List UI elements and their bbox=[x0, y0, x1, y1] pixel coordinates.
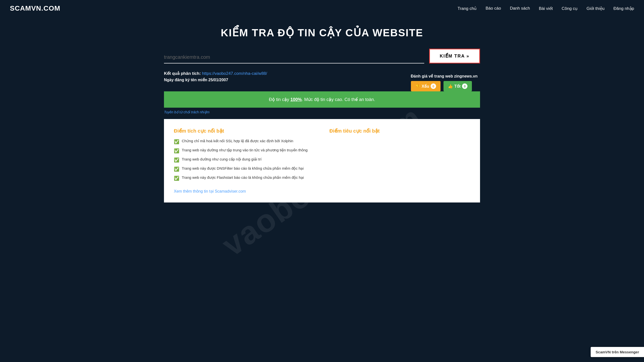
main-content: KIỂM TRA ĐỘ TIN CẬY CỦA WEBSITE KIỂM TRA… bbox=[149, 17, 495, 217]
positive-text-0: Chứng chỉ mã hoá kết nối SSL hợp lệ đã đ… bbox=[182, 139, 293, 143]
result-section: Kết quả phân tích: https://vaobo247.com/… bbox=[164, 71, 480, 82]
thumbs-up-icon: 👍 bbox=[448, 84, 453, 89]
main-nav: Trang chủ Báo cáo Danh sách Bài viết Côn… bbox=[458, 6, 634, 11]
analysis-panel: Điểm tích cực nổi bật ✅ Chứng chỉ mã hoá… bbox=[164, 119, 480, 202]
nav-dang-nhap[interactable]: Đăng nhập bbox=[614, 6, 634, 11]
trust-percent: 100% bbox=[290, 97, 302, 102]
search-input[interactable] bbox=[164, 53, 424, 61]
page-title: KIỂM TRA ĐỘ TIN CẬY CỦA WEBSITE bbox=[164, 27, 480, 39]
tot-label: Tốt bbox=[454, 84, 460, 89]
positive-text-3: Trang web này được DNSFilter báo cáo là … bbox=[182, 166, 304, 171]
rating-label: Đánh giá về trang web zingnews.vn bbox=[411, 74, 478, 78]
trust-suffix: . Mức độ tin cậy cao. Có thể an toàn. bbox=[302, 97, 375, 102]
search-section: KIỂM TRA » bbox=[164, 49, 480, 64]
negative-col: Điểm tiêu cực nổi bật bbox=[330, 128, 470, 194]
tot-count: 0 bbox=[462, 84, 468, 89]
positive-text-2: Trang web dường như cung cấp nội dung gi… bbox=[182, 157, 262, 162]
tot-button[interactable]: 👍 Tốt 0 bbox=[444, 81, 472, 91]
nav-danh-sach[interactable]: Danh sách bbox=[510, 6, 530, 11]
header: SCAMVN.COM Trang chủ Báo cáo Danh sách B… bbox=[0, 0, 644, 17]
positive-item-2: ✅ Trang web dường như cung cấp nội dung … bbox=[174, 157, 314, 163]
nav-bai-viet[interactable]: Bài viết bbox=[539, 6, 553, 11]
rating-section: Đánh giá về trang web zingnews.vn 👎 Xấu … bbox=[411, 74, 478, 91]
thumbs-down-icon: 👎 bbox=[415, 84, 420, 89]
trust-bar: Độ tin cậy 100%. Mức độ tin cậy cao. Có … bbox=[164, 91, 480, 108]
negative-title: Điểm tiêu cực nổi bật bbox=[330, 128, 470, 134]
check-icon-4: ✅ bbox=[174, 176, 179, 181]
result-url[interactable]: https://vaobo247.com/nha-cai/w88/ bbox=[202, 71, 267, 76]
positive-text-1: Trang web này dường như tập trung vào ti… bbox=[182, 148, 308, 152]
positive-col: Điểm tích cực nổi bật ✅ Chứng chỉ mã hoá… bbox=[174, 128, 314, 194]
positive-item-1: ✅ Trang web này dường như tập trung vào … bbox=[174, 148, 314, 154]
check-icon-0: ✅ bbox=[174, 139, 179, 144]
nav-bao-cao[interactable]: Báo cáo bbox=[486, 6, 501, 11]
xau-button[interactable]: 👎 Xấu 0 bbox=[411, 81, 440, 91]
positive-item-3: ✅ Trang web này được DNSFilter báo cáo l… bbox=[174, 166, 314, 172]
nav-trang-chu[interactable]: Trang chủ bbox=[458, 6, 476, 11]
xau-count: 0 bbox=[431, 84, 436, 89]
check-icon-3: ✅ bbox=[174, 166, 179, 172]
check-icon-1: ✅ bbox=[174, 148, 179, 154]
disclaimer[interactable]: Tuyên bố từ chối trách nhiệm bbox=[164, 110, 480, 114]
positive-title: Điểm tích cực nổi bật bbox=[174, 128, 314, 134]
site-logo: SCAMVN.COM bbox=[10, 4, 60, 12]
positive-item-4: ✅ Trang web này được Flashstart báo cáo … bbox=[174, 175, 314, 181]
nav-gioi-thieu[interactable]: Giới thiệu bbox=[586, 6, 604, 11]
xau-label: Xấu bbox=[422, 84, 429, 89]
rating-buttons: 👎 Xấu 0 👍 Tốt 0 bbox=[411, 81, 478, 91]
search-button[interactable]: KIỂM TRA » bbox=[429, 49, 480, 64]
messenger-widget[interactable]: ScamVN trên Messenger bbox=[591, 347, 644, 357]
nav-cong-cu[interactable]: Công cụ bbox=[562, 6, 578, 11]
positive-text-4: Trang web này được Flashstart báo cáo là… bbox=[182, 175, 304, 180]
trust-prefix: Độ tin cậy bbox=[269, 97, 290, 102]
check-icon-2: ✅ bbox=[174, 157, 179, 163]
result-label: Kết quả phân tích: bbox=[164, 71, 201, 76]
positive-item-0: ✅ Chứng chỉ mã hoá kết nối SSL hợp lệ đã… bbox=[174, 139, 314, 144]
more-info-link[interactable]: Xem thêm thông tin tại Scamadviser.com bbox=[174, 189, 246, 193]
search-input-wrapper bbox=[164, 53, 424, 64]
